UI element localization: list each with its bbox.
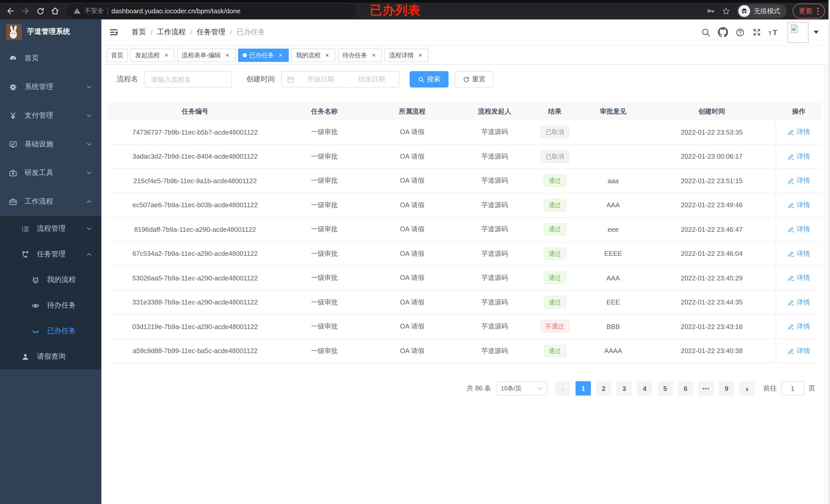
chevron-up-icon [86,251,92,257]
tab-my-process[interactable]: 我的流程× [291,48,336,62]
sidebar-collapse-button[interactable] [108,27,119,37]
column-header: 任务编号 [107,107,283,116]
refresh-icon [463,76,470,82]
address-bar[interactable]: 不安全 dashboard.yudao.iocoder.cn/bpm/task/… [67,4,356,19]
detail-button[interactable]: 详情 [788,298,810,307]
app-logo[interactable]: 芋道管理系统 [0,20,101,44]
close-icon[interactable]: × [417,52,424,59]
tab-home[interactable]: 首页 [106,48,128,62]
window-scrollbar[interactable] [828,0,830,504]
sidebar-item-done-tasks[interactable]: 已办任务 [0,318,101,344]
search-button[interactable]: 搜索 [410,71,449,88]
detail-button[interactable]: 详情 [788,225,810,234]
date-range-input[interactable]: 开始日期 - 结束日期 [281,71,400,88]
top-navbar: 首页/工作流程/任务管理/已办任务 TT [101,20,830,45]
sidebar-item-home[interactable]: 首页 [0,44,101,73]
sidebar-item-system-mgmt[interactable]: 系统管理 [0,73,101,101]
page-button[interactable]: 4 [637,381,652,396]
sidebar-item-task-mgmt[interactable]: 任务管理 [0,241,101,267]
total-count: 共 86 条 [467,384,491,393]
tab-todo-tasks[interactable]: 待办任务× [338,48,382,62]
forward-button[interactable] [18,4,33,19]
sidebar-item-todo-tasks[interactable]: 待办任务 [0,293,101,318]
detail-button[interactable]: 详情 [788,346,810,356]
page-button[interactable]: 5 [658,381,673,396]
comment-cell: eee [579,226,648,233]
sidebar-item-leave-query[interactable]: 请假查询 [0,344,101,369]
detail-button[interactable]: 详情 [788,322,810,331]
update-button[interactable]: 更新 [793,4,825,19]
browser-menu-icon[interactable] [817,7,819,14]
svg-text:T: T [773,28,777,37]
reload-button[interactable] [33,4,47,19]
starter-cell: 芋道源码 [458,298,531,307]
tab-process-detail[interactable]: 流程详情× [385,48,428,62]
tab-start-process[interactable]: 发起流程× [131,48,174,62]
process-name-input[interactable] [145,71,232,88]
close-icon[interactable]: × [324,52,331,59]
page-button[interactable]: 6 [678,381,693,396]
close-icon[interactable]: × [163,52,170,59]
page-button[interactable]: 1 [576,381,591,396]
task-name-cell: 一级审批 [283,201,366,210]
sidebar-item-my-process[interactable]: 我的流程 [0,267,101,293]
key-icon[interactable] [707,7,715,15]
sidebar-item-dev-tools[interactable]: 研发工具 [0,159,101,187]
page-size-select[interactable]: 10条/页 [496,381,547,396]
detail-button[interactable]: 详情 [788,152,810,161]
detail-button[interactable]: 详情 [788,273,810,283]
tab-label: 流程表单-编辑 [182,51,221,60]
help-icon[interactable] [735,27,745,37]
task-id-cell: 74736737-7b9b-11ec-b5b7-acde48001122 [107,128,283,136]
close-icon[interactable]: × [224,52,231,59]
task-name-cell: 一级审批 [283,249,366,258]
sidebar-item-workflow[interactable]: 工作流程 [0,187,101,216]
goto-page-input[interactable] [781,381,804,396]
tab-form-edit[interactable]: 流程表单-编辑× [177,48,235,62]
pencil-icon [788,153,795,160]
avatar[interactable] [788,22,808,43]
back-button[interactable] [3,4,18,19]
detail-label: 详情 [797,346,810,356]
create-time-cell: 2022-01-22 23:49:46 [648,201,776,209]
app-root: 不安全 dashboard.yudao.iocoder.cn/bpm/task/… [0,0,830,504]
detail-button[interactable]: 详情 [788,176,810,186]
close-icon[interactable]: × [370,52,377,59]
create-time-cell: 2022-01-22 23:51:15 [648,177,776,185]
home-button[interactable] [47,4,62,19]
tab-done-tasks[interactable]: 已办任务× [238,48,289,62]
page-button[interactable]: 3 [616,381,632,396]
sidebar-item-infrastructure[interactable]: 基础设施 [0,130,101,159]
page-button[interactable]: 2 [596,381,611,396]
sidebar-item-process-mgmt[interactable]: 流程管理 [0,216,101,241]
detail-label: 详情 [797,152,810,161]
result-cell: 通过 [531,248,579,260]
page-button[interactable]: 9 [719,381,734,396]
filter-form: 流程名 创建时间 开始日期 - 结束日期 搜索 重 [117,71,821,88]
github-icon[interactable] [718,27,728,37]
detail-button[interactable]: 详情 [788,201,810,210]
star-icon[interactable] [722,6,731,15]
close-icon[interactable]: × [277,52,284,59]
search-icon[interactable] [701,27,711,37]
done-task-table: 任务编号任务名称所属流程流程发起人结果审批意见创建时间操作 74736737-7… [107,102,821,363]
security-label: 不安全 [85,7,104,15]
breadcrumb-item[interactable]: 工作流程 [157,28,186,37]
sidebar-item-payment-mgmt[interactable]: 支付管理 [0,101,101,130]
next-page-button[interactable]: › [739,381,755,396]
reset-button[interactable]: 重置 [455,71,493,88]
chevron-down-icon[interactable] [813,31,819,34]
process-name-label: 流程名 [117,75,138,84]
detail-button[interactable]: 详情 [788,249,810,258]
detail-button[interactable]: 详情 [788,128,810,137]
fullscreen-icon[interactable] [752,28,761,37]
comment-cell: BBB [579,323,648,331]
sidebar-item-label: 系统管理 [25,82,86,92]
prev-page-button[interactable]: ‹ [555,381,570,396]
breadcrumb-item[interactable]: 任务管理 [197,28,226,37]
font-size-icon[interactable]: TT [769,28,780,37]
breadcrumb-item[interactable]: 首页 [132,28,146,37]
result-cell: 不通过 [531,321,579,333]
task-name-cell: 一级审批 [283,273,366,283]
page-ellipsis[interactable]: ••• [698,381,714,396]
